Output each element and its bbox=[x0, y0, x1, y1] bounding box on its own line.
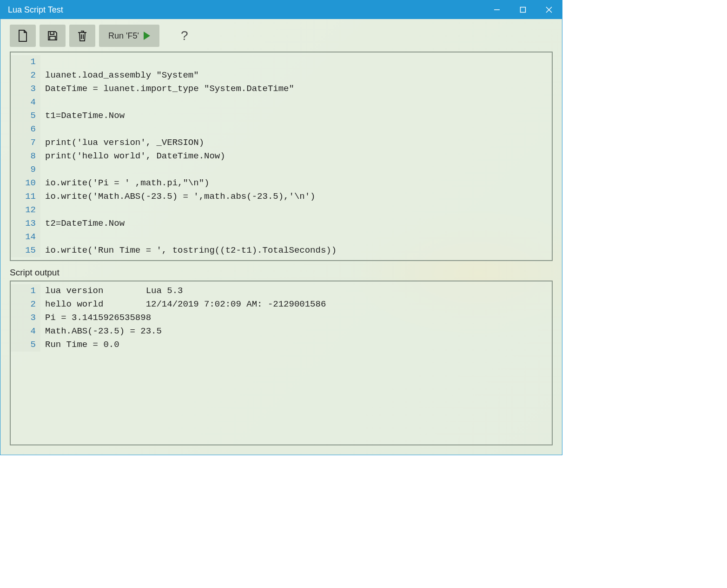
code-line bbox=[45, 96, 552, 109]
code-line: io.write('Math.ABS(-23.5) = ',math.abs(-… bbox=[45, 190, 552, 203]
code-line bbox=[45, 123, 552, 136]
maximize-icon bbox=[520, 7, 526, 13]
line-number: 7 bbox=[11, 136, 36, 150]
code-gutter: 123456789101112131415 bbox=[11, 55, 40, 257]
code-line: io.write('Pi = ' ,math.pi,"\n") bbox=[45, 176, 552, 190]
code-line: Math.ABS(-23.5) = 23.5 bbox=[45, 325, 552, 338]
line-number: 1 bbox=[11, 55, 36, 69]
help-icon: ? bbox=[181, 28, 188, 43]
code-line: lua version Lua 5.3 bbox=[45, 284, 552, 298]
svg-rect-5 bbox=[50, 36, 55, 40]
svg-rect-4 bbox=[50, 32, 54, 34]
output-content: lua version Lua 5.3hello world 12/14/201… bbox=[40, 284, 552, 352]
save-button[interactable] bbox=[40, 25, 66, 47]
line-number: 5 bbox=[11, 338, 36, 352]
close-icon bbox=[546, 7, 552, 13]
code-line: Run Time = 0.0 bbox=[45, 338, 552, 352]
new-file-button[interactable] bbox=[10, 25, 36, 47]
window-controls bbox=[484, 0, 562, 19]
line-number: 2 bbox=[11, 298, 36, 311]
code-line: hello world 12/14/2019 7:02:09 AM: -2129… bbox=[45, 298, 552, 311]
line-number: 4 bbox=[11, 325, 36, 338]
help-button[interactable]: ? bbox=[176, 28, 193, 43]
line-number: 14 bbox=[11, 230, 36, 244]
trash-icon bbox=[77, 30, 87, 42]
run-button-label: Run 'F5' bbox=[108, 31, 139, 41]
minimize-button[interactable] bbox=[484, 0, 510, 19]
save-icon bbox=[47, 30, 58, 41]
line-number: 15 bbox=[11, 244, 36, 257]
code-line: t1=DateTime.Now bbox=[45, 109, 552, 123]
line-number: 13 bbox=[11, 217, 36, 230]
line-number: 3 bbox=[11, 82, 36, 96]
code-line: DateTime = luanet.import_type "System.Da… bbox=[45, 82, 552, 96]
toolbar: Run 'F5' ? bbox=[0, 19, 562, 52]
code-line: io.write('Run Time = ', tostring((t2-t1)… bbox=[45, 244, 552, 257]
line-number: 1 bbox=[11, 284, 36, 298]
window-title: Lua Script Test bbox=[8, 5, 484, 15]
code-content[interactable]: luanet.load_assembly "System"DateTime = … bbox=[40, 55, 552, 257]
code-editor[interactable]: 123456789101112131415 luanet.load_assemb… bbox=[10, 52, 553, 261]
line-number: 8 bbox=[11, 150, 36, 163]
output-label: Script output bbox=[0, 261, 562, 281]
code-line bbox=[45, 163, 552, 176]
minimize-icon bbox=[494, 7, 500, 13]
line-number: 4 bbox=[11, 96, 36, 109]
code-line: luanet.load_assembly "System" bbox=[45, 69, 552, 82]
app-window: Lua Script Test bbox=[0, 0, 562, 455]
play-icon bbox=[144, 32, 150, 40]
code-line bbox=[45, 230, 552, 244]
maximize-button[interactable] bbox=[510, 0, 536, 19]
line-number: 11 bbox=[11, 190, 36, 203]
line-number: 9 bbox=[11, 163, 36, 176]
line-number: 5 bbox=[11, 109, 36, 123]
line-number: 10 bbox=[11, 176, 36, 190]
code-line: print('hello world', DateTime.Now) bbox=[45, 150, 552, 163]
line-number: 12 bbox=[11, 203, 36, 217]
close-button[interactable] bbox=[536, 0, 562, 19]
line-number: 3 bbox=[11, 311, 36, 325]
code-line bbox=[45, 203, 552, 217]
code-line: Pi = 3.1415926535898 bbox=[45, 311, 552, 325]
code-line: t2=DateTime.Now bbox=[45, 217, 552, 230]
line-number: 6 bbox=[11, 123, 36, 136]
code-line bbox=[45, 55, 552, 69]
svg-rect-1 bbox=[521, 7, 526, 13]
code-line: print('lua version', _VERSION) bbox=[45, 136, 552, 150]
output-gutter: 12345 bbox=[11, 284, 40, 352]
file-icon bbox=[18, 30, 28, 42]
delete-button[interactable] bbox=[69, 25, 95, 47]
output-panel: 12345 lua version Lua 5.3hello world 12/… bbox=[10, 281, 553, 445]
titlebar: Lua Script Test bbox=[0, 0, 562, 19]
line-number: 2 bbox=[11, 69, 36, 82]
run-button[interactable]: Run 'F5' bbox=[99, 25, 159, 47]
